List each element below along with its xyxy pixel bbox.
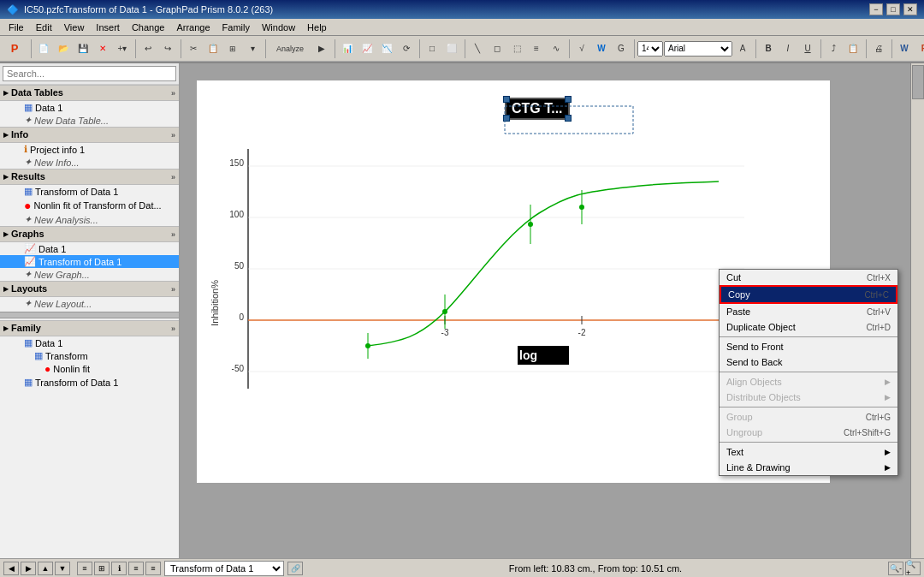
menu-view[interactable]: View — [59, 21, 90, 33]
arrange-btn2[interactable]: ⬜ — [442, 39, 461, 58]
nav-left-button[interactable]: ◀ — [3, 562, 19, 575]
tree-family-nonlin[interactable]: ● Nonlin fit — [0, 362, 179, 376]
tree-new-data-table[interactable]: ✦ New Data Table... — [0, 114, 179, 127]
write-btn3[interactable]: G — [612, 39, 631, 58]
tree-project-info[interactable]: ℹ Project info 1 — [0, 143, 179, 156]
link-button[interactable]: 🔗 — [287, 562, 303, 575]
tree-nonlin-fit[interactable]: ● Nonlin fit of Transform of Dat... — [0, 198, 179, 213]
bold-button[interactable]: B — [759, 39, 778, 58]
cm-copy[interactable]: Copy Ctrl+C — [720, 285, 897, 304]
underline-button[interactable]: U — [798, 39, 817, 58]
section-layouts[interactable]: ▸ Layouts » — [0, 281, 179, 297]
nav-menu-button[interactable]: ≡ — [128, 562, 144, 575]
export-btn[interactable]: ⤴ — [824, 39, 843, 58]
tree-transform-data1[interactable]: ▦ Transform of Data 1 — [0, 185, 179, 198]
tree-graph-data1[interactable]: 📈 Data 1 — [0, 242, 179, 255]
print-button[interactable]: 🖨 — [869, 39, 888, 58]
zoom-out-button[interactable]: 🔍- — [888, 562, 903, 575]
close-button[interactable]: ✕ — [903, 3, 917, 15]
menu-change[interactable]: Change — [127, 21, 170, 33]
change-btn4[interactable]: ⟳ — [397, 39, 416, 58]
tree-new-info[interactable]: ✦ New Info... — [0, 156, 179, 169]
cm-cut[interactable]: Cut Ctrl+X — [720, 270, 897, 285]
section-data-tables[interactable]: ▸ Data Tables » — [0, 85, 179, 101]
arrange-btn1[interactable]: □ — [423, 39, 441, 58]
menu-arrange[interactable]: Arrange — [171, 21, 215, 33]
nav-right-button[interactable]: ▶ — [21, 562, 36, 575]
draw-btn5[interactable]: ∿ — [547, 39, 566, 58]
font-family-select[interactable]: Arial — [664, 41, 732, 57]
cut-button[interactable]: ✂ — [184, 39, 203, 58]
new-button[interactable]: 📄 — [34, 39, 53, 58]
cm-send-back[interactable]: Send to Back — [720, 354, 897, 370]
copy-button[interactable]: 📋 — [204, 39, 222, 58]
cm-paste[interactable]: Paste Ctrl+V — [720, 304, 897, 319]
send-word-btn[interactable]: W — [895, 39, 914, 58]
tree-new-graph[interactable]: ✦ New Graph... — [0, 268, 179, 281]
canvas-area[interactable]: CTG T... Inhibition% 150 100 50 0 -50 — [180, 63, 924, 558]
tree-family-transform2[interactable]: ▦ Transform of Data 1 — [0, 376, 179, 389]
nav-down-button[interactable]: ▼ — [55, 562, 70, 575]
paste-button[interactable]: ⊞ — [223, 39, 242, 58]
open-button[interactable]: 📂 — [54, 39, 73, 58]
tree-data1[interactable]: ▦ Data 1 — [0, 101, 179, 114]
current-sheet-select[interactable]: Transform of Data 1 — [164, 561, 284, 576]
scroll-thumb[interactable] — [912, 65, 924, 99]
search-input[interactable] — [3, 66, 176, 81]
section-family[interactable]: ▸ Family » — [0, 320, 179, 336]
svg-text:50: 50 — [234, 261, 245, 271]
font-size-select[interactable]: 101214 — [637, 41, 663, 57]
section-graphs[interactable]: ▸ Graphs » — [0, 226, 179, 242]
maximize-button[interactable]: □ — [886, 3, 900, 15]
tree-graph-transform[interactable]: 📈 Transform of Data 1 — [0, 255, 179, 268]
zoom-in-button[interactable]: 🔍+ — [905, 562, 921, 575]
tree-family-transform[interactable]: ▦ Transform — [0, 349, 179, 362]
section-results[interactable]: ▸ Results » — [0, 169, 179, 185]
menu-family[interactable]: Family — [217, 21, 255, 33]
draw-btn4[interactable]: ≡ — [527, 39, 546, 58]
export-btn2[interactable]: 📋 — [844, 39, 862, 58]
write-btn1[interactable]: √ — [572, 39, 591, 58]
menu-edit[interactable]: Edit — [31, 21, 57, 33]
save-button[interactable]: 💾 — [74, 39, 92, 58]
analyze-more-button[interactable]: ▶ — [312, 39, 331, 58]
nav-up-button[interactable]: ▲ — [38, 562, 53, 575]
paste-dropdown[interactable]: ▾ — [243, 39, 262, 58]
menu-insert[interactable]: Insert — [91, 21, 125, 33]
cm-line-drawing[interactable]: Line & Drawing ▶ — [720, 460, 897, 475]
cm-text[interactable]: Text ▶ — [720, 444, 897, 460]
menu-format[interactable]: Help — [302, 21, 332, 33]
title-bar: 🔷 IC50.pzfcTransform of Data 1 - GraphPa… — [0, 0, 924, 19]
new-dropdown-button[interactable]: +▾ — [113, 39, 132, 58]
draw-btn2[interactable]: ◻ — [488, 39, 506, 58]
window-controls[interactable]: − □ ✕ — [869, 3, 917, 15]
draw-btn1[interactable]: ╲ — [468, 39, 487, 58]
nav-info-button[interactable]: ℹ — [111, 562, 127, 575]
menu-file[interactable]: File — [3, 21, 29, 33]
italic-button[interactable]: I — [779, 39, 797, 58]
tree-family-data1[interactable]: ▦ Data 1 — [0, 336, 179, 349]
change-btn3[interactable]: 📉 — [377, 39, 396, 58]
cm-duplicate[interactable]: Duplicate Object Ctrl+D — [720, 319, 897, 335]
tree-new-layout[interactable]: ✦ New Layout... — [0, 297, 179, 310]
scrollbar-right[interactable] — [910, 63, 924, 558]
send-ppt-btn[interactable]: P — [915, 39, 924, 58]
close-button[interactable]: ✕ — [93, 39, 112, 58]
change-btn1[interactable]: 📊 — [338, 39, 357, 58]
cm-send-front[interactable]: Send to Front — [720, 339, 897, 354]
redo-button[interactable]: ↪ — [158, 39, 177, 58]
minimize-button[interactable]: − — [869, 3, 883, 15]
analyze-button[interactable]: Analyze — [269, 39, 311, 58]
change-btn2[interactable]: 📈 — [358, 39, 376, 58]
font-color-button[interactable]: A — [733, 39, 752, 58]
menu-window[interactable]: Window — [257, 21, 300, 33]
write-btn2[interactable]: W — [592, 39, 611, 58]
draw-btn3[interactable]: ⬚ — [507, 39, 526, 58]
nav-list-button[interactable]: ≡ — [77, 562, 92, 575]
nav-grid-button[interactable]: ⊞ — [94, 562, 110, 575]
tree-new-analysis[interactable]: ✦ New Analysis... — [0, 213, 179, 226]
section-info[interactable]: ▸ Info » — [0, 127, 179, 143]
prism-logo-button[interactable]: P — [2, 39, 27, 58]
nav-menu2-button[interactable]: ≡ — [145, 562, 161, 575]
undo-button[interactable]: ↩ — [139, 39, 157, 58]
